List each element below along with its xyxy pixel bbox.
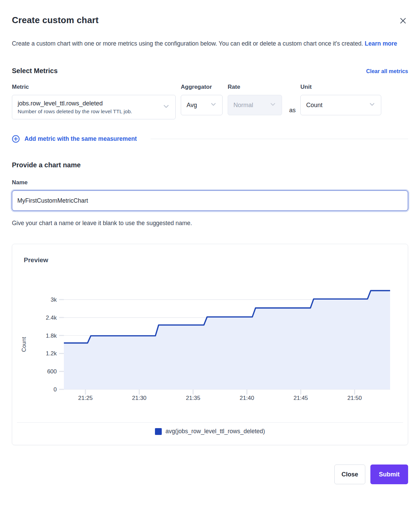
metric-select-texts: jobs.row_level_ttl.rows_deleted Number o… [18,100,132,115]
rate-select-value: Normal [233,102,253,109]
add-metric-label: Add metric with the same measurement [24,135,137,142]
svg-text:1.8k: 1.8k [46,333,57,339]
rate-select: Normal [228,95,282,115]
metric-select-description: Number of rows deleted by the row level … [18,108,132,115]
preview-chart: 06001.2k1.8k2.4k3k21:2521:3021:3521:4021… [12,278,410,411]
create-custom-chart-modal: Create custom chart Create a custom char… [0,0,420,523]
svg-text:21:40: 21:40 [240,395,254,401]
metric-column: Metric jobs.row_level_ttl.rows_deleted N… [12,84,176,119]
aggregator-label: Aggregator [181,84,223,90]
aggregator-column: Aggregator Avg [176,84,223,115]
svg-text:21:35: 21:35 [186,395,200,401]
aggregator-select[interactable]: Avg [181,95,223,115]
divider [17,422,403,423]
svg-text:3k: 3k [51,297,57,303]
metric-select[interactable]: jobs.row_level_ttl.rows_deleted Number o… [12,95,176,119]
add-metric-button[interactable]: Add metric with the same measurement [12,135,137,143]
svg-text:21:30: 21:30 [132,395,147,401]
preview-heading: Preview [24,256,48,264]
aggregator-select-value: Avg [187,102,197,109]
submit-button[interactable]: Submit [370,465,408,484]
learn-more-link[interactable]: Learn more [365,40,397,47]
unit-column: Unit Count [300,84,381,115]
chevron-down-icon [369,101,375,109]
unit-select[interactable]: Count [300,95,381,115]
chevron-down-icon [210,101,217,109]
svg-text:Count: Count [21,337,27,352]
legend-label: avg(jobs_row_level_ttl_rows_deleted) [165,428,265,435]
plus-circle-icon [12,135,20,143]
svg-text:21:25: 21:25 [78,395,93,401]
metric-select-value: jobs.row_level_ttl.rows_deleted [18,100,132,107]
svg-text:0: 0 [54,386,57,393]
close-icon [399,20,407,26]
name-label: Name [12,179,408,186]
modal-footer: Close Submit [12,465,408,484]
modal-description-text: Create a custom chart with one or more m… [12,40,363,47]
chart-name-input[interactable] [12,190,408,211]
metric-config-row: Metric jobs.row_level_ttl.rows_deleted N… [12,84,408,119]
svg-text:2.4k: 2.4k [46,315,57,321]
svg-text:21:50: 21:50 [347,395,362,401]
select-metrics-header: Select Metrics Clear all metrics [12,67,408,75]
select-metrics-heading: Select Metrics [12,67,58,75]
rate-column: Rate Normal [223,84,282,115]
svg-text:21:45: 21:45 [294,395,308,401]
legend-swatch [155,428,162,435]
svg-text:1.2k: 1.2k [46,350,57,357]
preview-card: Preview 06001.2k1.8k2.4k3k21:2521:3021:3… [12,244,408,445]
unit-select-value: Count [306,102,322,109]
chevron-down-icon [162,103,170,112]
svg-text:600: 600 [47,368,57,375]
chart-legend: avg(jobs_row_level_ttl_rows_deleted) [12,428,408,435]
page-title: Create custom chart [12,15,99,26]
close-footer-button[interactable]: Close [334,465,365,484]
chart-name-heading: Provide a chart name [12,161,408,169]
clear-all-metrics-link[interactable]: Clear all metrics [366,68,408,74]
as-label: as [289,107,296,114]
name-helper-text: Give your chart a name or leave it blank… [12,220,408,227]
metric-label: Metric [12,84,176,90]
chevron-down-icon [269,101,276,109]
modal-header: Create custom chart [12,15,408,27]
unit-label: Unit [300,84,381,90]
divider [151,139,408,139]
rate-label: Rate [228,84,282,90]
close-button[interactable] [398,16,408,27]
modal-description: Create a custom chart with one or more m… [12,37,403,50]
add-metric-row: Add metric with the same measurement [12,135,408,143]
